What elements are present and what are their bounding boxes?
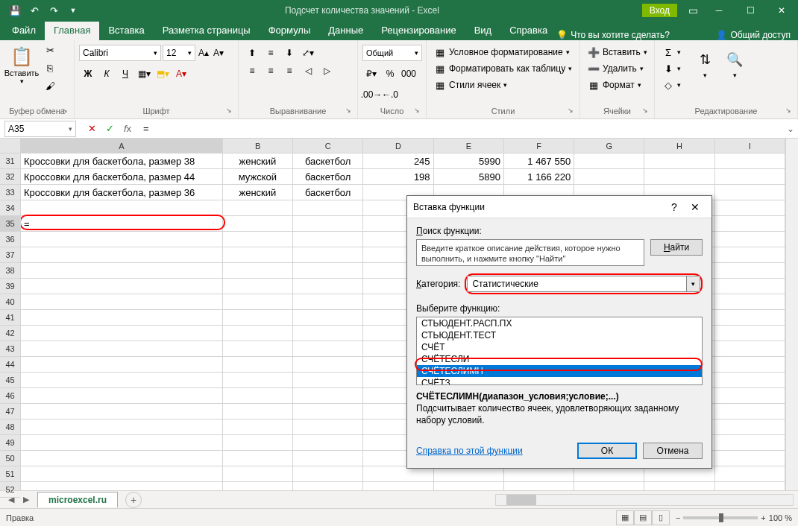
indent-increase-icon[interactable]: ▷: [318, 63, 336, 79]
sort-filter-button[interactable]: ⇅▾: [691, 45, 718, 79]
tab-formulas[interactable]: Формулы: [260, 22, 320, 40]
cell[interactable]: [223, 216, 293, 232]
share-button[interactable]: 👤 Общий доступ: [716, 30, 791, 40]
cell[interactable]: [363, 482, 433, 490]
login-button[interactable]: Вход: [642, 4, 677, 17]
increase-font-icon[interactable]: A▴: [197, 45, 210, 61]
row-header[interactable]: 46: [0, 388, 20, 404]
cell[interactable]: [715, 310, 785, 326]
cell[interactable]: [644, 153, 714, 169]
insert-cells-button[interactable]: ➕Вставить▾: [585, 45, 650, 60]
indent-decrease-icon[interactable]: ◁: [299, 63, 317, 79]
cell[interactable]: Кроссовки для баскетбола, размер 44: [21, 169, 223, 185]
cell[interactable]: [574, 482, 644, 490]
row-header[interactable]: 48: [0, 419, 20, 435]
view-page-layout-icon[interactable]: ▤: [634, 510, 652, 525]
currency-icon[interactable]: ₽▾: [362, 66, 380, 82]
cell[interactable]: [293, 216, 363, 232]
cell[interactable]: [21, 263, 223, 279]
tab-page-layout[interactable]: Разметка страницы: [154, 22, 260, 40]
cell[interactable]: [223, 435, 293, 451]
cell[interactable]: [21, 341, 223, 357]
zoom-out-icon[interactable]: −: [676, 513, 680, 522]
tab-file[interactable]: Файл: [3, 22, 45, 40]
find-button[interactable]: Найти: [650, 239, 703, 256]
cell[interactable]: [293, 482, 363, 490]
cell[interactable]: [21, 388, 223, 404]
column-header[interactable]: I: [715, 139, 785, 153]
cell[interactable]: [21, 404, 223, 419]
qat-dropdown-icon[interactable]: ▼: [64, 3, 82, 18]
cell[interactable]: женский: [223, 185, 293, 200]
cell[interactable]: [644, 169, 714, 185]
tab-insert[interactable]: Вставка: [99, 22, 153, 40]
row-header[interactable]: 38: [0, 263, 20, 279]
row-header[interactable]: 45: [0, 373, 20, 388]
cell[interactable]: 198: [363, 169, 433, 185]
cell[interactable]: [715, 232, 785, 247]
cell[interactable]: [293, 326, 363, 341]
cell[interactable]: [293, 435, 363, 451]
underline-button[interactable]: Ч: [116, 66, 134, 82]
cell[interactable]: [504, 482, 574, 490]
increase-decimal-icon[interactable]: .00→: [362, 86, 380, 103]
function-list-item[interactable]: СТЬЮДЕНТ.ТЕСТ: [417, 329, 702, 341]
cut-icon[interactable]: ✂: [42, 42, 58, 58]
cell[interactable]: 1 467 550: [504, 153, 574, 169]
cell[interactable]: [715, 357, 785, 373]
formula-input[interactable]: [139, 121, 783, 137]
cell[interactable]: [293, 404, 363, 419]
cell[interactable]: [293, 373, 363, 388]
cell[interactable]: [223, 310, 293, 326]
cell[interactable]: Кроссовки для баскетбола, размер 38: [21, 153, 223, 169]
row-header[interactable]: 44: [0, 357, 20, 373]
insert-function-icon[interactable]: fx: [119, 121, 136, 136]
row-header[interactable]: 51: [0, 466, 20, 482]
cell[interactable]: [715, 404, 785, 419]
font-color-icon[interactable]: A▾: [172, 66, 190, 82]
tab-review[interactable]: Рецензирование: [372, 22, 465, 40]
cell-styles-button[interactable]: ▦Стили ячеек▾: [431, 77, 575, 92]
cell[interactable]: [293, 279, 363, 294]
column-header[interactable]: B: [223, 139, 293, 153]
tell-me-search[interactable]: 💡 Что вы хотите сделать?: [556, 30, 670, 40]
zoom-in-icon[interactable]: +: [761, 513, 765, 522]
format-as-table-button[interactable]: ▦Форматировать как таблицу▾: [431, 61, 575, 76]
cell[interactable]: [715, 247, 785, 263]
cell[interactable]: [715, 419, 785, 435]
row-header[interactable]: 36: [0, 232, 20, 247]
cell[interactable]: [223, 419, 293, 435]
cell[interactable]: [21, 294, 223, 310]
borders-icon[interactable]: ▦▾: [135, 66, 153, 82]
row-header[interactable]: 41: [0, 310, 20, 326]
select-all-button[interactable]: [0, 139, 20, 153]
cell[interactable]: баскетбол: [293, 185, 363, 200]
tab-home[interactable]: Главная: [45, 22, 99, 40]
cell[interactable]: женский: [223, 153, 293, 169]
cell[interactable]: [293, 232, 363, 247]
cell[interactable]: [644, 482, 714, 490]
comma-icon[interactable]: 000: [400, 66, 418, 82]
bold-button[interactable]: Ж: [79, 66, 97, 82]
category-combo[interactable]: Статистические ▾: [467, 276, 700, 292]
cell[interactable]: 5990: [434, 153, 504, 169]
cell[interactable]: мужской: [223, 169, 293, 185]
cell[interactable]: 1 166 220: [504, 169, 574, 185]
chevron-down-icon[interactable]: ▾: [686, 276, 700, 291]
dialog-close-icon[interactable]: ✕: [685, 198, 706, 216]
vertical-scrollbar[interactable]: [785, 139, 798, 490]
row-header[interactable]: 34: [0, 200, 20, 216]
cell[interactable]: [21, 310, 223, 326]
cell[interactable]: [223, 200, 293, 216]
tab-data[interactable]: Данные: [319, 22, 372, 40]
cell[interactable]: 245: [363, 153, 433, 169]
number-format-combo[interactable]: Общий▾: [362, 45, 422, 61]
help-link[interactable]: Справка по этой функции: [416, 446, 523, 456]
function-list-item[interactable]: СЧЁТ: [417, 341, 702, 353]
cell[interactable]: [715, 435, 785, 451]
name-box[interactable]: A35▾: [4, 121, 76, 137]
cell[interactable]: [223, 326, 293, 341]
cell[interactable]: [293, 294, 363, 310]
cell[interactable]: [293, 357, 363, 373]
cell[interactable]: [574, 153, 644, 169]
